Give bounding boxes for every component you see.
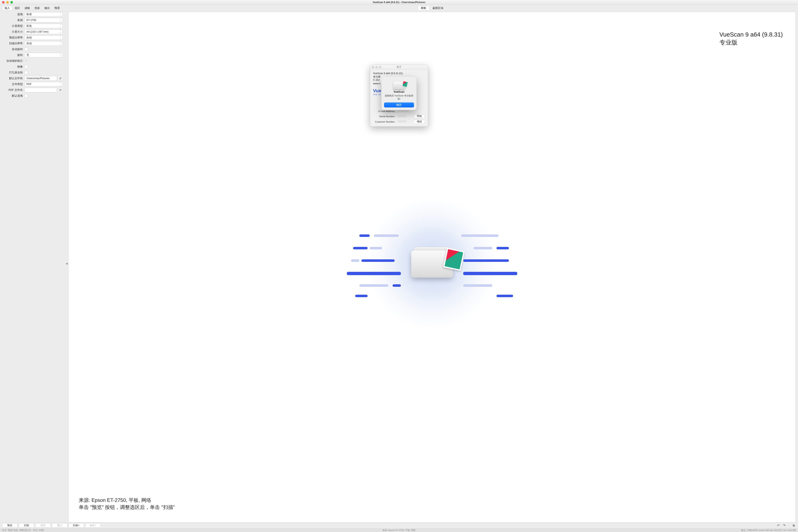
about-close-icon[interactable] (372, 66, 374, 69)
label-rotate: 旋转: (2, 53, 24, 57)
label-preview-res: 预览分辨率: (2, 36, 24, 39)
continue-button[interactable]: 继续 (414, 120, 425, 124)
hero-artwork (347, 226, 517, 301)
checkbox-punch-remove[interactable] (24, 71, 28, 74)
status-right: 输出: 2480x3507 pixels 300 dpi 210x297 mm … (741, 529, 796, 532)
scanner-icon (411, 250, 453, 278)
alert-app-name: VueScan (384, 90, 414, 93)
label-mirror: 镜像: (2, 65, 24, 69)
tab-preset[interactable]: 预置 (52, 6, 62, 11)
scan-plus-button[interactable]: 扫描+ (69, 523, 84, 528)
scan-button[interactable]: 扫描 (19, 523, 34, 528)
tab-output[interactable]: 输出 (42, 6, 52, 11)
tab-color[interactable]: 色彩 (32, 6, 42, 11)
label-scan-res: 扫描分辨率: (2, 42, 24, 45)
label-source: 来源: (2, 19, 24, 22)
label-auto-rotate: 自动旋转: (2, 48, 24, 51)
alert-app-icon (394, 80, 404, 89)
window-title: VueScan 9 a64 (9.8.31) - /Users/mac/Pict… (373, 1, 425, 4)
alert-message: 感谢购买 VueScan 专业版授权! (384, 94, 414, 100)
status-bar: 单击 "预览"按钮, 调整选区后，单击 "扫描" 来源: Epson ET-27… (0, 528, 798, 532)
save-plus-button[interactable]: 保存+ (85, 523, 100, 528)
tab-selection[interactable]: 选区 (12, 6, 22, 11)
value-serial: xxxxxxx (398, 114, 412, 118)
window-minimize-icon[interactable] (6, 1, 9, 3)
checkbox-mirror[interactable] (24, 65, 28, 69)
status-left: 单击 "预览"按钮, 调整选区后，单击 "扫描" (2, 529, 44, 532)
input-default-folder[interactable]: /Users/mac/Pictures (24, 76, 57, 81)
preview-button[interactable]: 预览 (2, 523, 17, 528)
select-rotate[interactable]: 无 (24, 53, 63, 57)
label-media-type: 介质类型: (2, 24, 24, 28)
tab-input[interactable]: 输入 (2, 6, 12, 11)
help-button[interactable]: 帮助 (414, 114, 425, 118)
input-pdf-name[interactable] (24, 88, 57, 92)
select-scan-res[interactable]: 自动 (24, 41, 63, 46)
browse-folder-button[interactable]: @ (58, 76, 63, 81)
label-email: E-mail Address : (373, 110, 396, 112)
tab-filter[interactable]: 滤镜 (22, 6, 32, 11)
tab-overview[interactable]: 概貌 (418, 6, 429, 11)
checkbox-default-opts[interactable] (24, 94, 28, 97)
about-minimize-icon (375, 66, 378, 69)
select-file-type[interactable]: PDF (24, 82, 63, 87)
window-titlebar: VueScan 9 a64 (9.8.31) - /Users/mac/Pict… (0, 0, 798, 4)
thankyou-alert: VueScan 感谢购买 VueScan 专业版授权! 确定 (381, 76, 417, 110)
select-options[interactable]: 标准 (24, 12, 63, 17)
select-preview-res[interactable]: 自动 (24, 35, 63, 40)
hero-title-line2: 专业版 (719, 39, 783, 46)
tab-crop-area[interactable]: 裁剪区域 (429, 6, 446, 11)
checkbox-auto-deskew[interactable] (24, 59, 28, 62)
hero-title-line1: VueScan 9 a64 (9.8.31) (719, 31, 783, 39)
save-button[interactable]: 保存 (35, 523, 51, 528)
input-form: 选项: 标准 来源: ET-2750 介质类型: 彩色 介质大小: A4 (21… (2, 12, 63, 98)
hero-hint-text: 单击 "预览" 按钮，调整选区后，单击 "扫描" (79, 504, 175, 511)
label-pdf-name: PDF 文件名: (2, 88, 24, 92)
sidebar-tabs: 输入 选区 滤镜 色彩 输出 预置 (2, 6, 62, 11)
redo-icon[interactable]: ↷ (782, 523, 786, 528)
hero-title: VueScan 9 a64 (9.8.31) 专业版 (719, 31, 783, 46)
label-auto-deskew: 自动倾斜校正: (2, 59, 24, 63)
label-default-folder: 默认文件夹: (2, 77, 24, 80)
label-serial: Serial Number : (373, 115, 396, 118)
zoom-in-icon[interactable]: ⊕ (791, 523, 796, 528)
undo-icon[interactable]: ↶ (776, 523, 781, 528)
label-default-opts: 默认选项: (2, 94, 24, 98)
pane-divider-handle[interactable]: ◀ (64, 4, 69, 522)
select-source[interactable]: ET-2750 (24, 18, 63, 22)
sidebar: 输入 选区 滤镜 色彩 输出 预置 选项: 标准 来源: ET-2750 介质类… (0, 4, 64, 522)
preview-pane: 概貌 裁剪区域 VueScan 9 a64 (9.8.31) 专业版 (69, 4, 798, 522)
status-mid: 来源: Epson ET-2750, 平板, 网络 (382, 529, 416, 532)
pdf-name-helper-button[interactable]: @ (58, 88, 63, 92)
select-media-size[interactable]: A4 (210 x 297 mm) (24, 30, 63, 34)
about-version: VueScan 9 a64 (9.8.31.01) (373, 72, 425, 75)
label-media-size: 介质大小: (2, 30, 24, 34)
select-media-type[interactable]: 彩色 (24, 24, 63, 28)
window-traffic-lights (0, 1, 13, 3)
checkbox-auto-rotate[interactable] (24, 48, 28, 51)
show-button[interactable]: 显示 (52, 523, 67, 528)
bottom-toolbar: 预览 扫描 保存 显示 扫描+ 保存+ ↶ ↷ ⊕ (0, 522, 798, 528)
label-options: 选项: (2, 13, 24, 16)
preview-canvas: VueScan 9 a64 (9.8.31) 专业版 (69, 12, 796, 522)
alert-ok-button[interactable]: 确定 (384, 102, 414, 108)
about-zoom-icon (379, 66, 381, 69)
label-punch-remove: 打孔器去除: (2, 71, 24, 74)
window-close-icon[interactable] (2, 1, 4, 3)
label-customer: Customer Number : (373, 120, 396, 123)
about-titlebar: 关于 (370, 65, 428, 70)
preview-tabs: 概貌 裁剪区域 (418, 6, 446, 11)
about-title: 关于 (397, 65, 401, 69)
label-file-type: 文件类型: (2, 82, 24, 86)
window-zoom-icon[interactable] (11, 1, 13, 3)
value-customer: xxxxxxx (398, 120, 412, 124)
hero-source-text: 来源: Epson ET-2750, 平板, 网络 (79, 497, 151, 504)
